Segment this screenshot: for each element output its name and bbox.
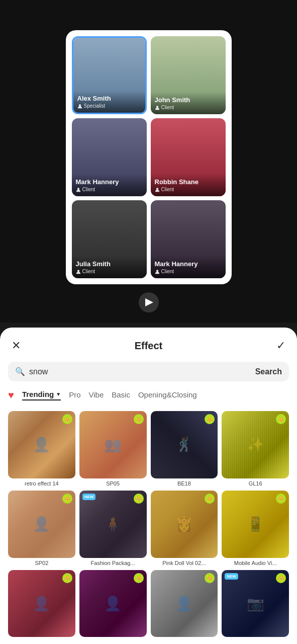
- effect-item-fashion[interactable]: 👑NEW🧍Fashion Packag...: [79, 491, 147, 566]
- tab-pro[interactable]: Pro: [69, 390, 80, 400]
- svg-point-2: [77, 188, 79, 190]
- favorites-icon[interactable]: ♥: [8, 389, 14, 401]
- contact-item-mark-h2[interactable]: Mark HanneryClient: [151, 200, 226, 278]
- new-badge: NEW: [225, 573, 238, 580]
- contact-role-alex: Specialist: [77, 103, 141, 109]
- contact-name-john: John Smith: [155, 96, 222, 104]
- tab-vibe[interactable]: Vibe: [88, 390, 104, 400]
- tab-basic[interactable]: Basic: [112, 390, 130, 400]
- search-input[interactable]: [29, 367, 251, 376]
- effect-label-fashion: Fashion Packag...: [79, 560, 147, 566]
- search-icon: 🔍: [15, 367, 25, 376]
- crown-badge: 👑: [134, 573, 144, 583]
- crown-badge: 👑: [276, 414, 286, 424]
- crown-badge: 👑: [62, 573, 72, 583]
- confirm-button[interactable]: ✓: [273, 338, 289, 354]
- crown-badge: 👑: [205, 494, 215, 504]
- tab-opening[interactable]: Opening&Closing: [138, 390, 197, 400]
- effect-label-be18: BE18: [151, 480, 218, 487]
- contact-item-robbin[interactable]: Robbin ShaneClient: [151, 118, 226, 196]
- tab-trending[interactable]: Trending ▼: [22, 390, 61, 400]
- contact-name-robbin: Robbin Shane: [155, 178, 222, 186]
- crown-badge: 👑: [134, 494, 144, 504]
- effect-item-row3c[interactable]: 👑👤: [151, 570, 218, 639]
- crown-badge: 👑: [62, 414, 72, 424]
- effect-item-be18[interactable]: 👑🕺BE18: [151, 411, 218, 487]
- effect-header: ✕ Effect ✓: [8, 338, 289, 354]
- contacts-card: Alex SmithSpecialistJohn SmithClientMark…: [66, 30, 232, 284]
- search-button[interactable]: Search: [255, 367, 282, 376]
- user-icon: [77, 104, 82, 109]
- contact-role-julia: Client: [76, 269, 143, 274]
- new-badge: NEW: [82, 494, 96, 500]
- play-icon: [145, 298, 153, 306]
- search-bar: 🔍 Search: [8, 362, 289, 381]
- contact-name-alex: Alex Smith: [77, 95, 141, 102]
- effect-item-retro14[interactable]: 👑👤retro effect 14: [8, 411, 75, 487]
- contact-item-mark-h[interactable]: Mark HanneryClient: [72, 118, 147, 196]
- effect-item-row3a[interactable]: 👑👤: [8, 570, 75, 639]
- svg-point-4: [77, 270, 79, 272]
- category-tabs: ♥Trending ▼ProVibeBasicOpening&Closing: [8, 389, 289, 403]
- contact-name-mark-h2: Mark Hannery: [155, 260, 222, 268]
- tab-label-trending: Trending ▼: [22, 390, 61, 398]
- contact-role-robbin: Client: [155, 187, 222, 192]
- effect-item-sp02[interactable]: 👑👤SP02: [8, 491, 75, 566]
- user-icon: [76, 269, 81, 274]
- effect-label-pinkdoll: Pink Doll Vol 02...: [151, 560, 218, 566]
- effect-item-pinkdoll[interactable]: 👑👸Pink Doll Vol 02...: [151, 491, 218, 566]
- effect-label-sp05: SP05: [79, 480, 147, 487]
- effect-item-row3b[interactable]: 👑👤: [79, 570, 147, 639]
- effect-label-sp02: SP02: [8, 560, 75, 566]
- video-preview-section: Alex SmithSpecialistJohn SmithClientMark…: [0, 0, 297, 323]
- effect-item-mobile[interactable]: 👑📱Mobile Audio Vi...: [222, 491, 289, 566]
- effect-label-retro14: retro effect 14: [8, 480, 75, 487]
- effect-panel-title: Effect: [135, 340, 163, 352]
- contact-name-julia: Julia Smith: [76, 260, 143, 268]
- crown-badge: 👑: [62, 494, 72, 504]
- effect-label-gl16: GL16: [222, 480, 289, 487]
- contact-item-julia[interactable]: Julia SmithClient: [72, 200, 147, 278]
- contact-item-alex[interactable]: Alex SmithSpecialist: [72, 36, 147, 114]
- crown-badge: 👑: [134, 414, 144, 424]
- close-button[interactable]: ✕: [8, 338, 24, 354]
- user-icon: [155, 187, 160, 192]
- play-button-container: [139, 292, 159, 312]
- effect-item-sp05[interactable]: 👑👥SP05: [79, 411, 147, 487]
- chevron-down-icon: ▼: [56, 391, 61, 397]
- crown-badge: 👑: [205, 573, 215, 583]
- svg-point-1: [156, 106, 158, 108]
- play-button[interactable]: [139, 292, 159, 312]
- crown-badge: 👑: [276, 494, 286, 504]
- user-icon: [155, 269, 160, 274]
- contact-item-john[interactable]: John SmithClient: [151, 36, 226, 114]
- contact-role-mark-h: Client: [76, 187, 143, 192]
- svg-point-0: [78, 104, 80, 106]
- user-icon: [76, 187, 81, 192]
- effect-item-gl16[interactable]: 👑✨GL16: [222, 411, 289, 487]
- contact-role-mark-h2: Client: [155, 269, 222, 274]
- user-icon: [155, 105, 160, 110]
- effect-item-row3d[interactable]: 👑NEW📷: [222, 570, 289, 639]
- contact-name-mark-h: Mark Hannery: [76, 178, 143, 186]
- contact-role-john: Client: [155, 105, 222, 110]
- svg-point-5: [156, 270, 158, 272]
- effect-panel: ✕ Effect ✓ 🔍 Search ♥Trending ▼ProVibeBa…: [0, 328, 297, 644]
- svg-point-3: [156, 188, 158, 190]
- effect-label-mobile: Mobile Audio Vi...: [222, 560, 289, 566]
- crown-badge: 👑: [276, 573, 286, 583]
- effects-grid: 👑👤retro effect 14👑👥SP05👑🕺BE18👑✨GL16👑👤SP0…: [8, 411, 289, 639]
